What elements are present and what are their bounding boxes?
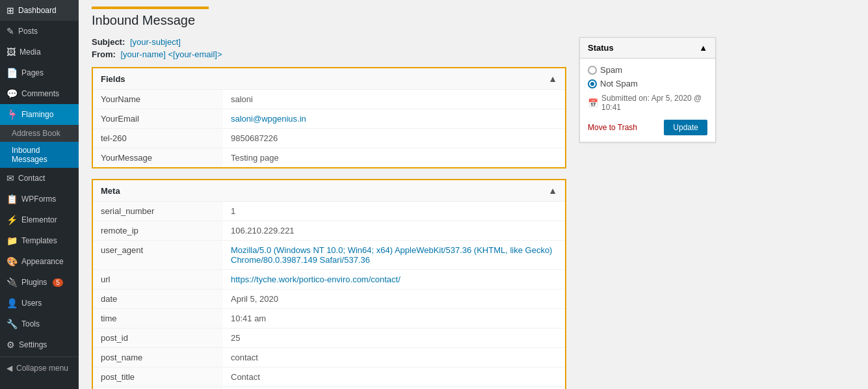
move-trash-link[interactable]: Move to Trash (588, 123, 637, 132)
from-row: From: [your-name] <[your-email]> (92, 49, 566, 59)
not-spam-radio-row: Not Spam (588, 79, 707, 88)
submitted-text: Submitted on: Apr 5, 2020 @ 10:41 (601, 94, 707, 112)
meta-key: post_title (93, 368, 223, 387)
settings-icon: ⚙ (7, 340, 15, 350)
sidebar-item-contact[interactable]: ✉ Contact (0, 168, 79, 189)
pages-icon: 📄 (7, 68, 18, 78)
fields-key: YourEmail (93, 109, 223, 129)
meta-table-row: post_titleContact (93, 368, 565, 387)
from-label: From: (92, 49, 116, 59)
users-icon: 👤 (7, 298, 18, 308)
subject-label: Subject: (92, 37, 125, 47)
meta-value: April 5, 2020 (223, 289, 565, 309)
meta-key: post_url (93, 387, 223, 390)
status-collapse-icon[interactable]: ▲ (699, 43, 707, 53)
meta-key: time (93, 309, 223, 329)
meta-table-row: post_urlhttps://tyche.work/portico-envir… (93, 387, 565, 390)
sidebar-item-comments[interactable]: 💬 Comments (0, 83, 79, 104)
fields-key: tel-260 (93, 129, 223, 148)
meta-value: https://tyche.work/portico-enviro.com/co… (223, 387, 565, 390)
sidebar-label-dashboard: Dashboard (18, 6, 57, 15)
main-content: Inbound Message Subject: [your-subject] … (79, 0, 868, 389)
fields-table-row: tel-2609850687226 (93, 129, 565, 148)
subject-row: Subject: [your-subject] (92, 37, 566, 47)
fields-key: YourMessage (93, 148, 223, 168)
sidebar-item-media[interactable]: 🖼 Media (0, 42, 79, 62)
meta-table-row: time10:41 am (93, 309, 565, 329)
from-value[interactable]: [your-name] <[your-email]> (120, 49, 222, 59)
meta-value: 106.210.229.221 (223, 221, 565, 241)
meta-key: user_agent (93, 241, 223, 270)
subject-value[interactable]: [your-subject] (130, 37, 181, 47)
content-area: Subject: [your-subject] From: [your-name… (92, 37, 716, 389)
sidebar-item-tools[interactable]: 🔧 Tools (0, 314, 79, 334)
tools-icon: 🔧 (7, 319, 18, 329)
meta-table-row: remote_ip106.210.229.221 (93, 221, 565, 241)
sidebar-item-wpforms[interactable]: 📋 WPForms (0, 189, 79, 209)
sidebar-item-appearance[interactable]: 🎨 Appearance (0, 251, 79, 272)
meta-table: serial_number1remote_ip106.210.229.221us… (93, 202, 565, 389)
collapse-menu-button[interactable]: ◀ Collapse menu (0, 358, 79, 378)
sidebar-item-inbound-messages[interactable]: Inbound Messages (0, 142, 79, 168)
sidebar-item-posts[interactable]: ✎ Posts (0, 21, 79, 42)
not-spam-label: Not Spam (600, 79, 638, 88)
sidebar-item-settings[interactable]: ⚙ Settings (0, 334, 79, 355)
sidebar-item-dashboard[interactable]: ⊞ Dashboard (0, 0, 79, 21)
plugins-badge: 5 (53, 278, 63, 287)
fields-panel-body: YourNamesaloniYourEmailsaloni@wpgenius.i… (93, 90, 565, 167)
meta-value: 1 (223, 202, 565, 221)
top-accent-bar (92, 7, 209, 9)
meta-value: 25 (223, 329, 565, 348)
meta-value: Mozilla/5.0 (Windows NT 10.0; Win64; x64… (223, 241, 565, 270)
fields-table: YourNamesaloniYourEmailsaloni@wpgenius.i… (93, 90, 565, 167)
meta-table-row: post_id25 (93, 329, 565, 348)
fields-value: saloni@wpgenius.in (223, 109, 565, 129)
fields-table-row: YourNamesaloni (93, 90, 565, 109)
spam-radio[interactable] (588, 66, 597, 75)
status-panel-header: Status ▲ (580, 38, 715, 59)
meta-table-row: serial_number1 (93, 202, 565, 221)
meta-table-row: urlhttps://tyche.work/portico-enviro.com… (93, 270, 565, 289)
meta-table-row: dateApril 5, 2020 (93, 289, 565, 309)
meta-table-row: post_namecontact (93, 348, 565, 368)
update-button[interactable]: Update (664, 120, 707, 135)
status-title: Status (588, 43, 614, 53)
templates-icon: 📁 (7, 235, 18, 246)
fields-panel-toggle[interactable]: ▲ (548, 74, 557, 84)
meta-value: contact (223, 348, 565, 368)
sidebar-item-flamingo[interactable]: 🦩 Flamingo (0, 104, 79, 125)
sidebar: ⊞ Dashboard ✎ Posts 🖼 Media 📄 Pages 💬 Co… (0, 0, 79, 389)
spam-label: Spam (600, 65, 622, 75)
meta-key: remote_ip (93, 221, 223, 241)
meta-panel-title: Meta (101, 186, 120, 196)
sidebar-item-elementor[interactable]: ⚡ Elementor (0, 209, 79, 230)
meta-key: post_id (93, 329, 223, 348)
meta-panel-toggle[interactable]: ▲ (548, 185, 557, 196)
meta-value: https://tyche.work/portico-enviro.com/co… (223, 270, 565, 289)
dashboard-icon: ⊞ (7, 5, 14, 16)
page-title: Inbound Message (92, 13, 716, 28)
comments-icon: 💬 (7, 88, 18, 99)
fields-value: saloni (223, 90, 565, 109)
sidebar-item-users[interactable]: 👤 Users (0, 293, 79, 314)
flamingo-submenu: Address Book Inbound Messages (0, 125, 79, 168)
sidebar-item-address-book[interactable]: Address Book (0, 125, 79, 142)
meta-value: Contact (223, 368, 565, 387)
fields-value: 9850687226 (223, 129, 565, 148)
sidebar-item-plugins[interactable]: 🔌 Plugins 5 (0, 272, 79, 293)
status-panel: Status ▲ Spam Not Spam 📅 (579, 37, 716, 142)
fields-key: YourName (93, 90, 223, 109)
meta-key: serial_number (93, 202, 223, 221)
sidebar-item-templates[interactable]: 📁 Templates (0, 230, 79, 251)
appearance-icon: 🎨 (7, 256, 18, 267)
fields-value: Testing page (223, 148, 565, 168)
meta-key: date (93, 289, 223, 309)
contact-icon: ✉ (7, 173, 14, 183)
fields-table-row: YourMessageTesting page (93, 148, 565, 168)
fields-panel-title: Fields (101, 74, 125, 84)
status-actions: Move to Trash Update (588, 120, 707, 135)
meta-value: 10:41 am (223, 309, 565, 329)
elementor-icon: ⚡ (7, 215, 18, 225)
not-spam-radio[interactable] (588, 79, 597, 88)
sidebar-item-pages[interactable]: 📄 Pages (0, 62, 79, 83)
